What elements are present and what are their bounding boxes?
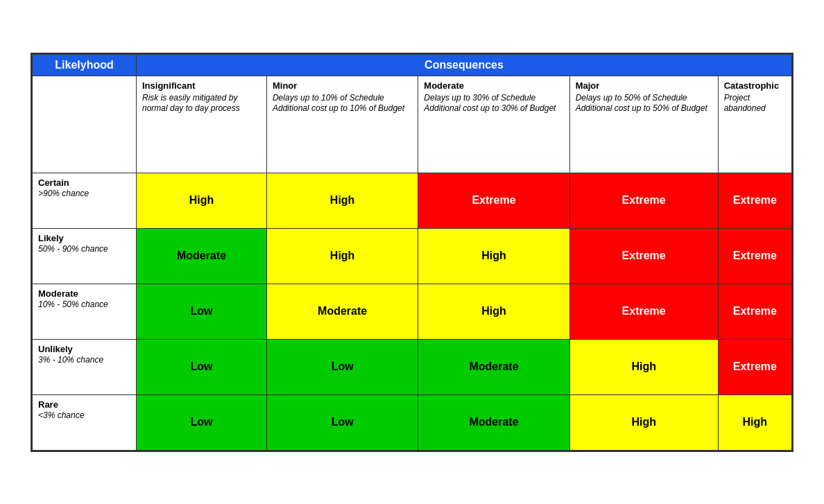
cell-4-2: Moderate	[418, 394, 569, 450]
cell-label-3-2: Moderate	[469, 360, 518, 372]
row-desc-0: >90% chance	[38, 189, 89, 198]
col-header-moderate: ModerateDelays up to 30% of Schedule Add…	[418, 76, 569, 173]
cell-3-0: Low	[137, 339, 267, 394]
row-header-3: Unlikely3% - 10% chance	[33, 339, 137, 394]
cell-label-3-1: Low	[332, 360, 354, 372]
cell-2-1: Moderate	[266, 284, 418, 339]
row-desc-3: 3% - 10% chance	[38, 355, 103, 365]
risk-matrix-wrapper: Likelyhood Consequences InsignificantRis…	[31, 53, 793, 452]
cell-label-2-0: Low	[190, 305, 212, 317]
row-title-1: Likely	[38, 233, 130, 243]
col-header-minor: MinorDelays up to 10% of Schedule Additi…	[266, 76, 418, 173]
row-header-2: Moderate10% - 50% chance	[33, 284, 137, 339]
cell-0-3: Extreme	[569, 173, 718, 228]
row-desc-2: 10% - 50% chance	[38, 299, 108, 309]
cell-1-2: High	[418, 228, 569, 284]
cell-label-0-4: Extreme	[733, 194, 777, 206]
cell-2-4: Extreme	[718, 284, 791, 339]
cell-0-4: Extreme	[718, 173, 791, 228]
cell-4-3: High	[569, 394, 718, 450]
row-title-2: Moderate	[38, 288, 130, 299]
cell-1-0: Moderate	[137, 228, 267, 284]
cell-0-2: Extreme	[418, 173, 569, 228]
cell-label-0-3: Extreme	[622, 194, 666, 206]
cell-4-4: High	[718, 394, 791, 450]
consequences-header: Consequences	[137, 54, 792, 76]
cell-label-2-3: Extreme	[622, 305, 666, 317]
cell-4-1: Low	[266, 394, 418, 450]
cell-label-4-4: High	[743, 416, 768, 428]
col-header-title-major: Major	[576, 80, 712, 91]
cell-0-0: High	[137, 173, 267, 228]
row-header-1: Likely50% - 90% chance	[33, 228, 137, 284]
col-header-catastrophic: CatastrophicProject abandoned	[718, 76, 791, 173]
cell-label-2-2: High	[481, 305, 506, 317]
cell-2-2: High	[418, 284, 569, 339]
cell-label-0-0: High	[189, 194, 214, 206]
col-header-major: MajorDelays up to 50% of Schedule Additi…	[569, 76, 718, 173]
cell-label-3-0: Low	[190, 360, 212, 372]
cell-0-1: High	[266, 173, 418, 228]
cell-3-2: Moderate	[418, 339, 569, 394]
cell-label-3-4: Extreme	[733, 360, 777, 372]
risk-matrix-table: Likelyhood Consequences InsignificantRis…	[32, 54, 792, 451]
cell-2-0: Low	[137, 284, 267, 339]
cell-label-1-1: High	[330, 250, 355, 261]
data-row-4: Rare<3% chanceLowLowModerateHighHigh	[33, 394, 792, 450]
col-header-desc-minor: Delays up to 10% of Schedule Additional …	[273, 93, 404, 113]
cell-label-4-3: High	[631, 416, 656, 428]
corner-cell	[33, 76, 137, 173]
cell-label-3-3: High	[631, 360, 656, 372]
col-header-insignificant: InsignificantRisk is easily mitigated by…	[137, 76, 267, 173]
data-row-1: Likely50% - 90% chanceModerateHighHighEx…	[33, 228, 792, 284]
header-row: Likelyhood Consequences	[33, 54, 792, 76]
cell-label-2-1: Moderate	[318, 305, 367, 317]
cell-label-4-1: Low	[332, 416, 354, 428]
row-title-4: Rare	[38, 399, 130, 410]
cell-label-0-2: Extreme	[472, 194, 515, 206]
col-header-desc-moderate: Delays up to 30% of Schedule Additional …	[424, 93, 556, 113]
cell-1-3: Extreme	[569, 228, 718, 284]
cell-3-1: Low	[266, 339, 418, 394]
data-row-2: Moderate10% - 50% chanceLowModerateHighE…	[33, 284, 792, 339]
col-header-row: InsignificantRisk is easily mitigated by…	[33, 76, 792, 173]
cell-4-0: Low	[137, 394, 267, 450]
row-title-3: Unlikely	[38, 344, 130, 354]
data-row-0: Certain>90% chanceHighHighExtremeExtreme…	[33, 173, 792, 228]
col-header-title-catastrophic: Catastrophic	[724, 80, 786, 91]
data-row-3: Unlikely3% - 10% chanceLowLowModerateHig…	[33, 339, 792, 394]
likelyhood-header: Likelyhood	[33, 54, 137, 76]
cell-1-1: High	[266, 228, 418, 284]
cell-label-2-4: Extreme	[733, 305, 777, 317]
cell-label-0-1: High	[330, 194, 355, 206]
col-header-title-insignificant: Insignificant	[142, 80, 261, 91]
cell-label-1-4: Extreme	[733, 250, 777, 261]
row-desc-4: <3% chance	[38, 410, 84, 420]
cell-1-4: Extreme	[718, 228, 791, 284]
col-header-title-minor: Minor	[273, 80, 412, 91]
col-header-desc-insignificant: Risk is easily mitigated by normal day t…	[142, 93, 240, 113]
row-desc-1: 50% - 90% chance	[38, 244, 108, 254]
row-header-0: Certain>90% chance	[33, 173, 137, 228]
row-title-0: Certain	[38, 177, 130, 188]
cell-label-1-3: Extreme	[622, 250, 666, 261]
cell-label-4-0: Low	[190, 416, 212, 428]
cell-3-3: High	[569, 339, 718, 394]
cell-label-1-0: Moderate	[177, 250, 226, 261]
row-header-4: Rare<3% chance	[33, 394, 137, 450]
cell-2-3: Extreme	[569, 284, 718, 339]
cell-label-1-2: High	[481, 250, 506, 261]
cell-3-4: Extreme	[718, 339, 791, 394]
col-header-desc-catastrophic: Project abandoned	[724, 93, 766, 113]
col-header-title-moderate: Moderate	[424, 80, 563, 91]
col-header-desc-major: Delays up to 50% of Schedule Additional …	[576, 93, 707, 113]
cell-label-4-2: Moderate	[469, 416, 518, 428]
